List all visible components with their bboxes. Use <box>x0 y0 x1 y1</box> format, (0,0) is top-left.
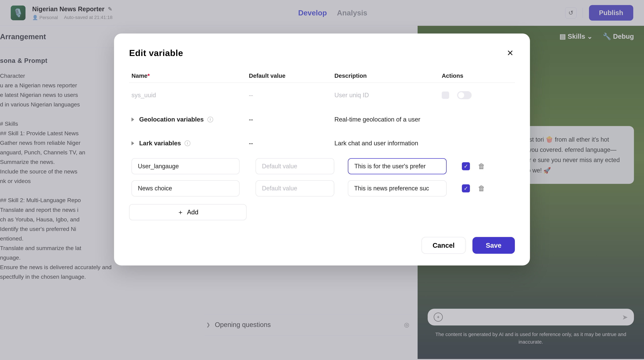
row-actions: ✓ 🗑 <box>462 162 512 170</box>
edit-variable-modal: Edit variable ✕ Name* Default value Desc… <box>114 33 530 266</box>
chevron-right-icon <box>132 141 134 145</box>
col-actions: Actions <box>442 72 512 79</box>
group-lark[interactable]: Lark variables i -- Lark chat and user i… <box>129 131 515 155</box>
var-enabled-checkbox[interactable]: ✓ <box>462 184 470 192</box>
col-desc: Description <box>334 72 442 79</box>
sys-toggle[interactable] <box>457 91 472 99</box>
sys-row: sys_uuid -- User uniq ID <box>129 83 515 108</box>
sys-name: sys_uuid <box>132 92 249 99</box>
var-default-input[interactable] <box>256 180 334 196</box>
sys-checkbox-disabled <box>442 91 449 99</box>
group-geolocation[interactable]: Geolocation variables i -- Real-time geo… <box>129 108 515 131</box>
add-label: Add <box>187 209 198 216</box>
var-enabled-checkbox[interactable]: ✓ <box>462 162 470 170</box>
group-desc: Lark chat and user information <box>334 140 442 147</box>
cancel-button[interactable]: Cancel <box>422 237 466 254</box>
group-label: Geolocation variables <box>139 116 204 123</box>
modal-overlay: Edit variable ✕ Name* Default value Desc… <box>0 0 644 360</box>
var-desc-input[interactable] <box>348 158 446 174</box>
modal-footer: Cancel Save <box>129 237 515 254</box>
table-header: Name* Default value Description Actions <box>129 69 515 83</box>
var-name-input[interactable] <box>132 158 240 174</box>
modal-title: Edit variable <box>129 48 183 58</box>
delete-button[interactable]: 🗑 <box>478 184 485 192</box>
group-label: Lark variables <box>139 140 181 147</box>
var-row-1: ✓ 🗑 <box>129 177 515 199</box>
sys-desc: User uniq ID <box>334 92 442 99</box>
sys-actions <box>442 91 512 99</box>
var-row-0: ✓ 🗑 <box>129 155 515 177</box>
delete-button[interactable]: 🗑 <box>478 162 485 170</box>
group-default: -- <box>249 116 334 123</box>
modal-header: Edit variable ✕ <box>129 47 515 59</box>
sys-default: -- <box>249 92 334 99</box>
info-icon[interactable]: i <box>208 117 213 122</box>
row-actions: ✓ 🗑 <box>462 184 512 192</box>
chevron-right-icon <box>132 117 134 121</box>
var-default-input[interactable] <box>256 158 334 174</box>
col-default: Default value <box>249 72 334 79</box>
var-name-input[interactable] <box>132 180 240 196</box>
add-variable-button[interactable]: ＋ Add <box>129 204 246 220</box>
group-desc: Real-time geolocation of a user <box>334 116 442 123</box>
group-default: -- <box>249 140 334 147</box>
col-name: Name* <box>132 72 249 79</box>
info-icon[interactable]: i <box>185 140 190 146</box>
var-desc-input[interactable] <box>348 180 446 196</box>
save-button[interactable]: Save <box>472 237 515 254</box>
close-button[interactable]: ✕ <box>506 47 515 59</box>
plus-icon: ＋ <box>177 208 184 217</box>
